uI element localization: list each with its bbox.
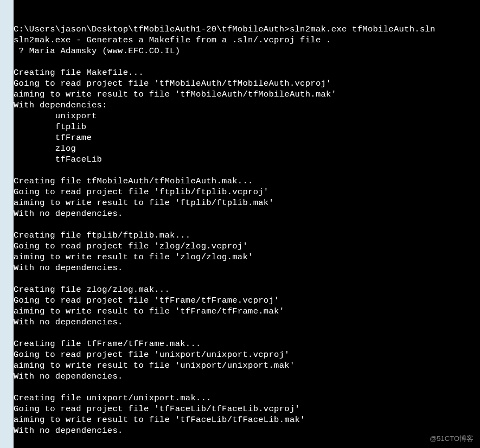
terminal-line: aiming to write result to file 'tfFaceLi… xyxy=(14,414,480,425)
terminal-line: ftplib xyxy=(14,121,480,132)
terminal-line: zlog xyxy=(14,143,480,154)
terminal-line: sln2mak.exe - Generates a Makefile from … xyxy=(14,35,480,46)
terminal-line xyxy=(14,382,480,393)
terminal-window[interactable]: C:\Users\jason\Desktop\tfMobileAuth1-20\… xyxy=(14,0,480,448)
terminal-line: Going to read project file 'tfMobileAuth… xyxy=(14,78,480,89)
watermark-text: @51CTO博客 xyxy=(430,434,473,444)
terminal-line: unixport xyxy=(14,111,480,121)
terminal-line: Creating file Makefile... xyxy=(14,67,480,78)
terminal-line xyxy=(14,436,480,447)
terminal-line: With no dependencies. xyxy=(14,263,480,273)
terminal-line: aiming to write result to file 'tfFrame/… xyxy=(14,306,480,317)
terminal-line: ? Maria Adamsky (www.EFC.CO.IL) xyxy=(14,46,480,56)
terminal-line: Going to read project file 'ftplib/ftpli… xyxy=(14,187,480,197)
terminal-line: aiming to write result to file 'ftplib/f… xyxy=(14,197,480,208)
terminal-line: With no dependencies. xyxy=(14,317,480,328)
terminal-line: Creating file tfMobileAuth/tfMobileAuth.… xyxy=(14,176,480,187)
terminal-line: Creating file ftplib/ftplib.mak... xyxy=(14,230,480,241)
terminal-line: With no dependencies. xyxy=(14,371,480,382)
terminal-line: aiming to write result to file 'unixport… xyxy=(14,360,480,371)
terminal-line: aiming to write result to file 'zlog/zlo… xyxy=(14,252,480,263)
terminal-line: Going to read project file 'tfFaceLib/tf… xyxy=(14,404,480,414)
terminal-line: Creating file zlog/zlog.mak... xyxy=(14,284,480,295)
terminal-line: aiming to write result to file 'tfMobile… xyxy=(14,89,480,100)
terminal-line: Going to read project file 'unixport/uni… xyxy=(14,349,480,360)
terminal-line: tfFrame xyxy=(14,132,480,143)
terminal-line: Going to read project file 'tfFrame/tfFr… xyxy=(14,295,480,306)
terminal-line: C:\Users\jason\Desktop\tfMobileAuth1-20\… xyxy=(14,24,480,35)
terminal-line: Creating file tfFrame/tfFrame.mak... xyxy=(14,338,480,349)
terminal-line: Going to read project file 'zlog/zlog.vc… xyxy=(14,241,480,252)
terminal-line xyxy=(14,328,480,338)
terminal-line: Creating file unixport/unixport.mak... xyxy=(14,393,480,404)
terminal-line: With dependencies: xyxy=(14,100,480,111)
terminal-line xyxy=(14,56,480,67)
terminal-line xyxy=(14,219,480,230)
terminal-line: tfFaceLib xyxy=(14,154,480,165)
terminal-line xyxy=(14,165,480,176)
terminal-output: C:\Users\jason\Desktop\tfMobileAuth1-20\… xyxy=(14,24,480,448)
terminal-line xyxy=(14,273,480,284)
terminal-line: With no dependencies. xyxy=(14,425,480,436)
terminal-line: With no dependencies. xyxy=(14,208,480,219)
